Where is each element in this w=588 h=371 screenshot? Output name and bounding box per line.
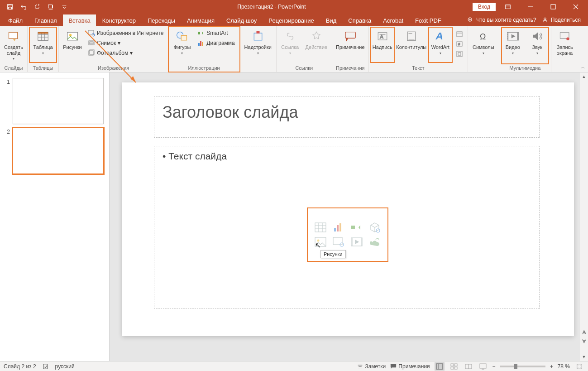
tab-help[interactable]: Справка (343, 14, 377, 26)
spellcheck-icon[interactable] (43, 363, 49, 370)
prev-slide-icon[interactable]: ⮝ (582, 329, 587, 335)
undo-icon[interactable] (17, 1, 30, 12)
start-from-beginning-icon[interactable] (44, 1, 57, 12)
tab-animations[interactable]: Анимация (182, 14, 220, 26)
shapes-button[interactable]: Фигуры ▾ (170, 27, 194, 63)
scroll-track[interactable]: ⮝ ⮟ (580, 81, 588, 353)
slide-thumbnails-panel[interactable]: 1 2 (0, 72, 110, 361)
screen-recording-button[interactable]: Запись экрана (553, 27, 577, 63)
insert-chart-icon[interactable] (332, 222, 345, 233)
photo-album-button[interactable]: Фотоальбом ▾ (85, 48, 166, 58)
video-label: Видео (506, 44, 520, 50)
tab-acrobat[interactable]: Acrobat (378, 14, 409, 26)
tell-me-search[interactable]: Что вы хотите сделать? (467, 17, 536, 23)
smartart-button[interactable]: SmartArt (195, 28, 237, 38)
zoom-out-icon[interactable]: − (492, 363, 496, 370)
zoom-slider[interactable] (500, 366, 545, 367)
svg-text:A: A (380, 34, 383, 39)
zoom-slider-knob[interactable] (514, 364, 517, 369)
table-icon (36, 29, 50, 43)
insert-3d-model-icon[interactable] (368, 222, 382, 233)
symbols-button[interactable]: Ω Символы ▾ (470, 27, 497, 63)
close-icon[interactable] (565, 0, 586, 14)
share-button[interactable]: Поделиться (538, 17, 584, 23)
insert-picture-icon[interactable] (314, 236, 327, 248)
wordart-button[interactable]: A WordArt ▾ (429, 27, 452, 63)
header-footer-button[interactable]: Колонтитулы (395, 27, 428, 63)
tab-design[interactable]: Конструктор (97, 14, 141, 26)
insert-video-icon[interactable] (350, 236, 363, 248)
normal-view-icon[interactable] (435, 362, 445, 371)
insert-online-picture-icon[interactable] (332, 236, 345, 248)
minimize-icon[interactable] (520, 0, 541, 14)
save-icon[interactable] (4, 1, 16, 12)
tab-home[interactable]: Главная (29, 14, 62, 26)
screenshot-button[interactable]: Снимок ▾ (85, 38, 166, 48)
thumb-number: 2 (5, 128, 10, 135)
vertical-scrollbar[interactable]: ▲ ⮝ ⮟ ▼ (580, 72, 588, 361)
textbox-button[interactable]: A Надпись (371, 27, 394, 63)
online-pictures-button[interactable]: Изображения в Интернете (85, 28, 166, 38)
sign-in-button[interactable]: Вход (473, 3, 496, 11)
slide-number-button[interactable]: # (453, 39, 466, 49)
title-placeholder[interactable]: Заголовок слайда (154, 96, 540, 138)
audio-button[interactable]: Звук ▾ (526, 27, 549, 63)
tab-foxit[interactable]: Foxit PDF (410, 14, 447, 26)
tab-file[interactable]: Файл (3, 14, 28, 26)
tab-insert[interactable]: Вставка (63, 14, 96, 26)
language-indicator[interactable]: русский (55, 363, 75, 370)
pictures-button[interactable]: Рисунки (61, 27, 84, 63)
zoom-in-icon[interactable]: + (550, 363, 553, 370)
tab-slideshow[interactable]: Слайд-шоу (221, 14, 262, 26)
sorter-view-icon[interactable] (449, 362, 459, 371)
action-button[interactable]: Действие (303, 27, 330, 63)
insert-icon-icon[interactable] (368, 236, 382, 248)
table-button[interactable]: Таблица ▾ (29, 27, 57, 63)
object-button[interactable] (453, 49, 466, 59)
next-slide-icon[interactable]: ⮟ (582, 338, 587, 344)
thumbnail-row[interactable]: 1 (2, 76, 109, 126)
group-images: Рисунки Изображения в Интернете Снимок ▾… (59, 26, 168, 72)
fit-to-window-icon[interactable] (574, 362, 584, 371)
scroll-up-icon[interactable]: ▲ (580, 72, 588, 81)
chart-button[interactable]: Диаграмма (195, 38, 237, 48)
svg-rect-5 (551, 5, 555, 9)
addins-button[interactable]: Надстройки ▾ (242, 27, 274, 63)
notes-button[interactable]: Заметки (357, 363, 386, 370)
maximize-icon[interactable] (543, 0, 564, 14)
link-button[interactable]: Ссылка ▾ (278, 27, 302, 63)
insert-smartart-icon[interactable] (350, 222, 363, 233)
chevron-down-icon: ▾ (257, 51, 259, 55)
ribbon-display-options-icon[interactable] (497, 0, 518, 14)
date-time-button[interactable] (453, 29, 466, 39)
tab-view[interactable]: Вид (320, 14, 342, 26)
comment-button[interactable]: Примечание (334, 27, 367, 63)
slideshow-view-icon[interactable] (478, 362, 488, 371)
action-icon (309, 29, 324, 43)
slide-thumbnail[interactable] (13, 78, 104, 124)
tab-transitions[interactable]: Переходы (142, 14, 181, 26)
insert-table-icon[interactable] (314, 222, 327, 233)
chevron-down-icon: ▾ (13, 57, 14, 61)
zoom-level[interactable]: 78 % (558, 363, 570, 370)
wordart-icon: A (433, 29, 448, 43)
slide-counter[interactable]: Слайд 2 из 2 (4, 363, 36, 370)
tab-review[interactable]: Рецензирование (263, 14, 319, 26)
video-button[interactable]: Видео ▾ (501, 27, 525, 63)
thumbnail-row[interactable]: 2 (2, 126, 109, 176)
collapse-ribbon-icon[interactable]: ︿ (581, 64, 585, 70)
slide-thumbnail[interactable] (13, 128, 104, 174)
slide-canvas[interactable]: Заголовок слайда Текст слайда ↖ Рисунки (122, 82, 574, 336)
slide-canvas-area[interactable]: Заголовок слайда Текст слайда ↖ Рисунки … (110, 72, 588, 361)
reading-view-icon[interactable] (464, 362, 473, 371)
redo-icon[interactable] (31, 1, 43, 12)
action-label: Действие (306, 44, 327, 50)
svg-rect-46 (339, 223, 341, 231)
comments-button[interactable]: Примечания (390, 363, 430, 370)
new-slide-button[interactable]: Создать слайд ▾ (2, 27, 25, 63)
svg-rect-43 (315, 223, 326, 232)
qat-customize-icon[interactable] (58, 1, 71, 12)
svg-rect-54 (43, 364, 47, 369)
svg-rect-45 (337, 225, 339, 231)
scroll-down-icon[interactable]: ▼ (580, 353, 588, 361)
